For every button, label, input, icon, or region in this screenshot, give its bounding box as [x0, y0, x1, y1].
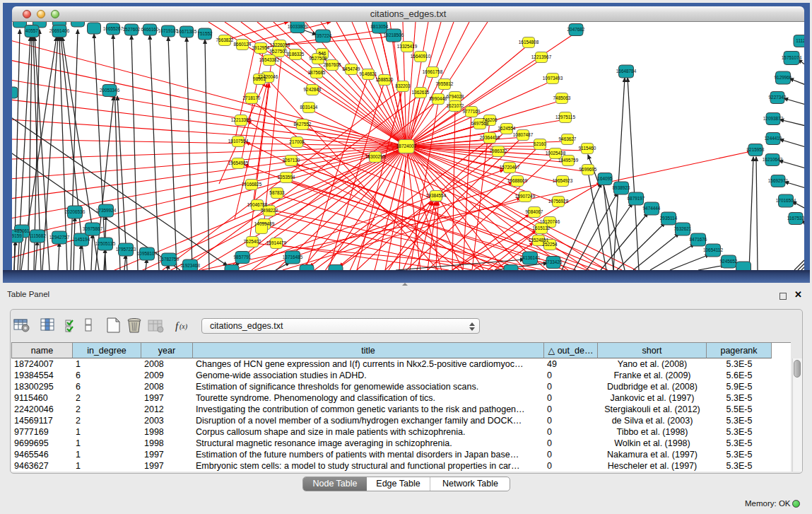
- svg-text:10046788: 10046788: [247, 202, 268, 207]
- svg-text:2935114: 2935114: [660, 216, 678, 221]
- svg-text:18907249: 18907249: [515, 194, 536, 199]
- svg-text:12942757: 12942757: [49, 235, 70, 240]
- svg-text:164095: 164095: [597, 176, 613, 181]
- svg-text:1733426: 1733426: [545, 259, 563, 264]
- svg-text:18107554: 18107554: [228, 139, 249, 144]
- svg-text:1115682: 1115682: [29, 233, 46, 238]
- svg-text:18300295: 18300295: [365, 154, 386, 159]
- svg-text:10807487: 10807487: [513, 132, 534, 137]
- svg-text:7485063: 7485063: [553, 95, 571, 100]
- svg-text:10688609: 10688609: [507, 178, 528, 183]
- svg-text:9242848: 9242848: [304, 87, 322, 92]
- svg-text:11923468: 11923468: [180, 263, 200, 268]
- svg-text:1353594: 1353594: [278, 175, 295, 180]
- svg-text:546: 546: [319, 51, 326, 56]
- svg-text:1244419: 1244419: [765, 136, 782, 141]
- svg-text:17016504: 17016504: [776, 198, 796, 203]
- svg-text:1362615: 1362615: [412, 90, 430, 95]
- svg-text:1588520: 1588520: [376, 77, 394, 82]
- svg-text:19384554: 19384554: [426, 193, 447, 198]
- svg-text:9245652: 9245652: [720, 259, 738, 264]
- svg-text:8660124: 8660124: [234, 42, 252, 47]
- svg-text:19654923: 19654923: [553, 178, 573, 183]
- svg-text:6466160: 6466160: [141, 27, 159, 32]
- svg-text:98901: 98901: [253, 76, 266, 81]
- svg-text:(x): (x): [180, 322, 188, 331]
- svg-text:3875685: 3875685: [308, 70, 326, 75]
- svg-text:9527508: 9527508: [310, 56, 327, 61]
- svg-text:3912954: 3912954: [252, 45, 270, 50]
- svg-text:8813054: 8813054: [371, 24, 389, 29]
- svg-text:10655267: 10655267: [103, 26, 124, 31]
- svg-text:39159: 39159: [12, 233, 22, 238]
- svg-text:10973493: 10973493: [543, 76, 563, 81]
- svg-text:8186325: 8186325: [287, 52, 305, 57]
- svg-text:16671385: 16671385: [177, 29, 197, 34]
- svg-text:12975115: 12975115: [555, 115, 575, 119]
- svg-text:12093872: 12093872: [763, 116, 784, 121]
- svg-text:17957223: 17957223: [116, 247, 136, 252]
- svg-text:9227342: 9227342: [769, 95, 787, 100]
- svg-text:6794028: 6794028: [447, 94, 464, 99]
- svg-text:20364436: 20364436: [480, 135, 500, 140]
- svg-text:20691406: 20691406: [49, 28, 70, 33]
- svg-text:2047682: 2047682: [567, 27, 585, 32]
- svg-text:18724007: 18724007: [396, 144, 417, 148]
- svg-text:12505135: 12505135: [95, 241, 116, 246]
- svg-text:6497568: 6497568: [471, 121, 489, 126]
- svg-text:10719185: 10719185: [158, 28, 179, 33]
- svg-text:10958107: 10958107: [137, 251, 158, 256]
- svg-text:13325419: 13325419: [397, 44, 418, 49]
- svg-text:8031414: 8031414: [300, 105, 318, 110]
- svg-text:6879197: 6879197: [628, 196, 645, 201]
- svg-text:19654985: 19654985: [228, 160, 249, 165]
- svg-text:19218506: 19218506: [384, 33, 404, 37]
- svg-text:9463627: 9463627: [559, 136, 577, 141]
- svg-text:9777169: 9777169: [463, 109, 481, 114]
- svg-text:2718170: 2718170: [243, 95, 261, 100]
- svg-text:14136141: 14136141: [520, 255, 541, 260]
- svg-text:16961758: 16961758: [423, 69, 443, 74]
- svg-text:9129966: 9129966: [775, 75, 792, 80]
- svg-text:485061: 485061: [14, 228, 30, 233]
- svg-text:10756928: 10756928: [548, 199, 569, 204]
- svg-text:3624554: 3624554: [498, 126, 516, 131]
- svg-text:15692971: 15692971: [768, 178, 789, 183]
- svg-text:7663822: 7663822: [216, 37, 234, 42]
- svg-text:217008: 217008: [289, 139, 305, 144]
- svg-text:14099489: 14099489: [254, 221, 275, 226]
- svg-text:2867608: 2867608: [324, 62, 341, 67]
- svg-text:832203: 832203: [395, 83, 411, 88]
- svg-text:1112: 1112: [796, 38, 804, 43]
- svg-text:16914479: 16914479: [266, 240, 287, 245]
- svg-text:1621072: 1621072: [447, 103, 464, 108]
- svg-text:3267130: 3267130: [283, 158, 300, 163]
- svg-text:17359924: 17359924: [96, 208, 117, 213]
- svg-text:19166825: 19166825: [242, 182, 262, 187]
- svg-text:7625402: 7625402: [244, 239, 261, 244]
- svg-text:10654112: 10654112: [703, 247, 723, 252]
- svg-text:15720407: 15720407: [500, 165, 520, 170]
- svg-text:9146821: 9146821: [360, 71, 377, 76]
- svg-text:16648784: 16648784: [616, 69, 637, 74]
- svg-text:8938923: 8938923: [613, 185, 630, 190]
- svg-text:9115460: 9115460: [579, 146, 596, 151]
- svg-text:8215958: 8215958: [747, 147, 765, 152]
- svg-text:7955812: 7955812: [436, 81, 454, 86]
- svg-text:16210643: 16210643: [763, 157, 783, 162]
- svg-text:62160: 62160: [534, 141, 546, 146]
- svg-text:7632621: 7632621: [674, 226, 692, 231]
- svg-text:252254: 252254: [542, 242, 558, 247]
- svg-text:8990448: 8990448: [430, 96, 447, 101]
- svg-text:751552: 751552: [197, 31, 213, 36]
- svg-text:1527602: 1527602: [123, 27, 141, 32]
- svg-text:30975867: 30975867: [83, 226, 103, 231]
- svg-text:9527500: 9527500: [270, 49, 288, 54]
- svg-text:16782759: 16782759: [159, 257, 180, 262]
- svg-text:13716485: 13716485: [283, 255, 303, 259]
- svg-text:7357224: 7357224: [314, 33, 332, 38]
- svg-text:20206536: 20206536: [65, 209, 86, 214]
- svg-text:8454749: 8454749: [343, 66, 360, 71]
- svg-text:8427552: 8427552: [294, 122, 312, 127]
- svg-text:12213369: 12213369: [231, 117, 252, 122]
